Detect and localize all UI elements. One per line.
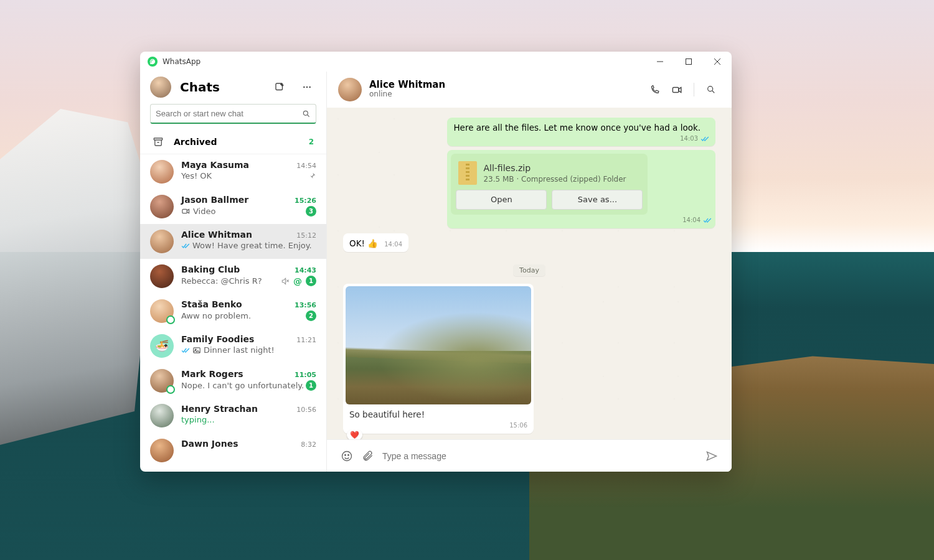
archived-row[interactable]: Archived 2 (140, 130, 326, 154)
mute-icon (281, 277, 290, 286)
separator (694, 83, 694, 96)
chat-avatar (150, 195, 174, 218)
video-icon (181, 207, 191, 216)
search-input[interactable] (156, 109, 302, 118)
read-ticks-icon (181, 346, 190, 355)
unread-badge: 3 (306, 206, 316, 217)
file-open-button[interactable]: Open (456, 190, 547, 210)
chat-time: 8:32 (301, 441, 316, 449)
chat-avatar (150, 299, 174, 323)
file-save-button[interactable]: Save as... (552, 190, 643, 210)
chat-list-item[interactable]: Baking Club14:43Rebecca: @Chris R?@1 (140, 259, 326, 294)
chat-avatar (150, 404, 174, 427)
send-button[interactable] (705, 450, 718, 462)
voice-call-button[interactable] (645, 80, 664, 99)
search-in-chat-button[interactable] (702, 80, 720, 99)
svg-point-7 (309, 86, 310, 88)
chat-list-item[interactable]: Maya Kasuma14:54Yes! OK (140, 154, 326, 189)
svg-point-8 (303, 111, 308, 115)
image-caption: So beautiful here! (346, 404, 531, 422)
chat-preview: Rebecca: @Chris R? (181, 276, 262, 286)
window-close-button[interactable] (703, 52, 732, 72)
chat-name: Baking Club (181, 264, 240, 274)
chat-time: 11:21 (296, 336, 316, 344)
pin-icon (308, 172, 316, 180)
chat-name: Maya Kasuma (181, 160, 249, 170)
message-time: 15:06 (509, 422, 527, 429)
message-time: 14:03 (680, 134, 698, 143)
svg-rect-10 (154, 138, 163, 140)
chat-name: Dawn Jones (181, 439, 238, 449)
app-window: WhatsApp Chats (140, 52, 732, 472)
file-attachment: All-files.zip 23.5 MB · Compressed (zipp… (451, 154, 648, 215)
svg-rect-1 (686, 59, 692, 65)
photo-icon (192, 346, 201, 355)
message-out-file[interactable]: All-files.zip 23.5 MB · Compressed (zipp… (447, 150, 715, 228)
more-menu-button[interactable] (298, 78, 316, 96)
chat-list-item[interactable]: Jason Ballmer15:26Video3 (140, 189, 326, 224)
unread-badge: 1 (306, 276, 316, 286)
chat-list-item[interactable]: Mark Rogers11:05Nope. I can't go unfortu… (140, 363, 326, 398)
chat-list-item[interactable]: Dawn Jones8:32 (140, 433, 326, 468)
window-maximize-button[interactable] (674, 52, 703, 72)
message-in[interactable]: OK! 👍 14:04 (343, 233, 408, 252)
chat-preview: Video (181, 207, 215, 216)
file-name: All-files.zip (483, 162, 626, 174)
chat-list-item[interactable]: Staša Benko13:56Aww no problem.2 (140, 294, 326, 329)
chat-avatar (150, 369, 174, 393)
message-in-image[interactable]: So beautiful here! 15:06 ❤️ (343, 284, 534, 434)
chat-time: 10:56 (296, 406, 316, 414)
archived-count: 2 (309, 138, 314, 146)
svg-point-6 (306, 86, 308, 88)
svg-rect-17 (672, 87, 679, 92)
mention-icon: @ (293, 276, 302, 286)
chat-time: 11:05 (295, 371, 316, 379)
chat-time: 14:54 (296, 162, 316, 170)
emoji-button[interactable] (341, 450, 353, 462)
file-meta: 23.5 MB · Compressed (zipped) Folder (483, 174, 626, 184)
message-input[interactable] (382, 451, 697, 461)
read-ticks-icon (700, 134, 709, 143)
chat-preview: Yes! OK (181, 171, 212, 180)
day-divider: Today (513, 264, 545, 276)
attach-button[interactable] (362, 450, 374, 462)
new-chat-button[interactable] (270, 78, 289, 96)
chat-time: 15:12 (296, 231, 316, 240)
conversation-pane: Alice Whitman online (327, 72, 732, 472)
search-field[interactable] (150, 104, 316, 124)
chat-time: 14:43 (295, 266, 316, 274)
message-out[interactable]: Here are all the files. Let me know once… (447, 118, 715, 146)
search-icon (302, 110, 311, 118)
chat-avatar (150, 230, 174, 253)
image-attachment[interactable] (346, 286, 531, 404)
chat-name: Family Foodies (181, 334, 254, 344)
contact-avatar[interactable] (338, 78, 362, 101)
chat-list-item[interactable]: Alice Whitman15:12Wow! Have great time. … (140, 224, 326, 259)
chat-avatar (150, 439, 174, 462)
video-call-button[interactable] (667, 80, 686, 99)
window-title: WhatsApp (163, 57, 200, 66)
titlebar: WhatsApp (140, 52, 732, 72)
chat-list[interactable]: Maya Kasuma14:54Yes! OKJason Ballmer15:2… (140, 154, 326, 472)
svg-point-20 (342, 451, 352, 460)
read-ticks-icon (703, 216, 712, 225)
chat-list-item[interactable]: Family Foodies11:21Dinner last night! (140, 329, 326, 363)
self-avatar[interactable] (150, 77, 171, 98)
chat-name: Henry Strachan (181, 404, 258, 414)
svg-line-19 (712, 91, 714, 93)
chat-list-item[interactable]: Henry Strachan10:56typing... (140, 398, 326, 433)
contact-name: Alice Whitman (369, 80, 445, 90)
reaction-badge[interactable]: ❤️ (347, 430, 362, 439)
message-area[interactable]: Here are all the files. Let me know once… (327, 108, 732, 439)
window-minimize-button[interactable] (646, 52, 674, 72)
status-ring-icon (166, 385, 175, 394)
chat-preview: typing... (181, 415, 215, 424)
archive-icon (153, 136, 164, 147)
chat-preview: Nope. I can't go unfortunately. (181, 381, 304, 390)
zip-file-icon (458, 161, 477, 185)
chat-avatar (150, 334, 174, 358)
chat-name: Mark Rogers (181, 369, 243, 379)
svg-point-22 (348, 454, 349, 455)
chat-avatar (150, 264, 174, 288)
chat-name: Jason Ballmer (181, 195, 248, 205)
